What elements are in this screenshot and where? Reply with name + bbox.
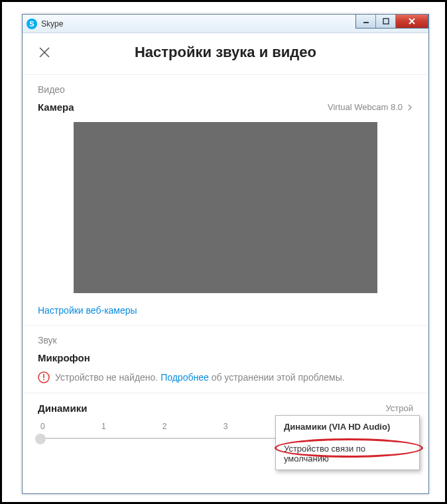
microphone-error: Устройство не найдено. Подробнее об устр… [38,371,413,383]
webcam-settings-link[interactable]: Настройки веб-камеры [38,305,137,316]
screenshot-frame: S Skype Настройки звука и ви [0,0,447,504]
chevron-right-icon [407,104,413,111]
svg-rect-0 [363,22,369,23]
speakers-dropdown-menu: Динамики (VIA HD Audio) Устройство связи… [275,415,420,470]
video-section-label: Видео [38,84,413,95]
scale-tick: 1 [101,422,106,431]
titlebar: S Skype [23,15,428,33]
slider-thumb[interactable] [35,434,46,444]
speakers-value-truncated: Устрой [385,403,413,413]
settings-title: Настройки звука и видео [51,44,413,61]
settings-header: Настройки звука и видео [23,34,428,75]
svg-rect-3 [43,374,44,378]
error-suffix: об устранении этой проблемы. [212,372,345,383]
camera-value: Virtual Webcam 8.0 [328,102,403,112]
speakers-label: Динамики [38,403,87,414]
audio-section: Звук Микрофон Устройство не найдено. Под… [23,326,428,383]
window-controls [355,15,428,29]
maximize-button[interactable] [376,15,396,28]
camera-label: Камера [38,101,74,113]
dropdown-item-selected[interactable]: Динамики (VIA HD Audio) [276,416,419,438]
content-area: Настройки звука и видео Видео Камера Vir… [23,34,428,493]
window-title: Skype [41,19,63,29]
camera-selector[interactable]: Virtual Webcam 8.0 [328,102,413,112]
minimize-button[interactable] [356,15,376,28]
scale-tick: 0 [40,422,45,431]
close-settings-button[interactable] [38,46,51,59]
app-window: S Skype Настройки звука и ви [22,14,429,494]
svg-rect-1 [383,19,389,24]
error-details-link[interactable]: Подробнее [160,372,209,383]
skype-logo-icon: S [27,19,37,29]
camera-preview [74,122,377,293]
close-window-button[interactable] [396,15,428,28]
error-prefix: Устройство не найдено. [55,372,158,383]
speakers-selector[interactable]: Устрой [385,403,413,413]
video-section: Видео Камера Virtual Webcam 8.0 Настройк… [23,75,428,325]
error-icon [38,371,50,383]
scale-tick: 2 [162,422,167,431]
dropdown-item[interactable]: Устройство связи по умолчанию [276,438,419,470]
scale-tick: 3 [224,422,228,431]
microphone-label: Микрофон [38,352,90,363]
audio-section-label: Звук [38,335,413,346]
svg-rect-4 [43,379,44,381]
